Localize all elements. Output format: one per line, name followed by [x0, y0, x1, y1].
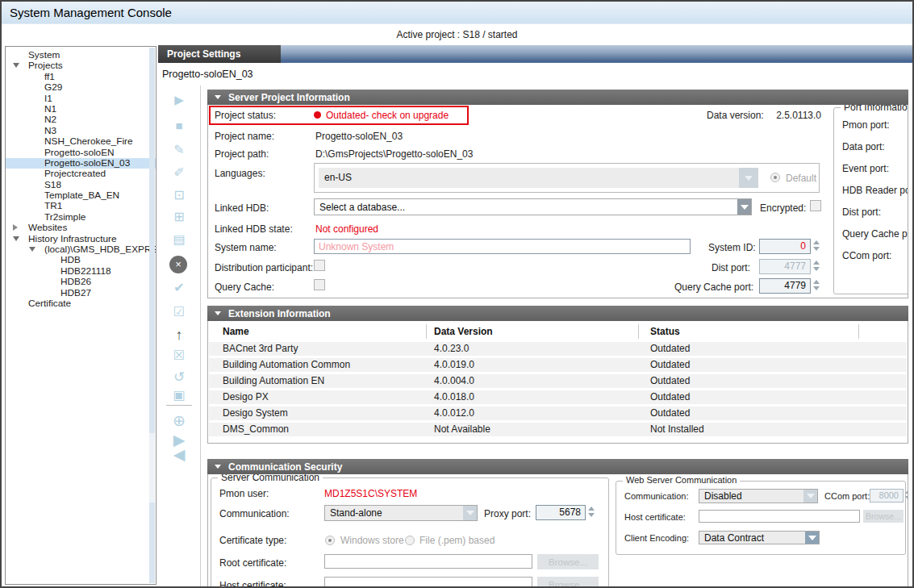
extension-row[interactable]: Building Automation EN 4.0.004.0 Outdate… — [209, 374, 907, 388]
system-name-input[interactable] — [314, 239, 691, 254]
web-communication-combo[interactable]: Disabled — [699, 489, 818, 503]
collapsed-arrow-icon[interactable] — [13, 224, 18, 231]
dropdown-arrow-icon[interactable] — [739, 168, 758, 188]
extension-information-header[interactable]: Extension Information — [207, 306, 908, 321]
proxy-port-spinner-arrows[interactable] — [588, 507, 595, 517]
root-certificate-input[interactable] — [324, 554, 532, 569]
extension-row[interactable]: Desigo System 4.0.012.0 Outdated — [209, 407, 907, 420]
ccom-port-spinner-arrows[interactable] — [905, 490, 908, 500]
web-host-certificate-input[interactable] — [699, 510, 860, 523]
tree-item-projects[interactable]: Projects — [6, 60, 156, 71]
tree-item-progetto-soloen[interactable]: Progetto-soloEN — [6, 148, 156, 158]
stop-project-icon[interactable]: ■ — [158, 119, 200, 131]
restore-icon[interactable]: ↺ — [158, 370, 200, 384]
monitor-edit-icon[interactable]: ⊡ — [158, 189, 200, 202]
tree-item-hdb27[interactable]: HDB27 — [6, 288, 156, 298]
server-project-information-header[interactable]: Server Project Information — [207, 90, 908, 105]
start-project-icon[interactable]: ▶ — [158, 94, 200, 106]
tree-item-ff1[interactable]: ff1 — [6, 72, 156, 82]
deactivate-icon[interactable]: ◀ — [158, 447, 200, 462]
expand-arrow-icon[interactable] — [13, 236, 19, 241]
extension-row[interactable]: Desigo PX 4.0.018.0 Outdated — [209, 390, 907, 404]
windows-store-label: Windows store — [340, 535, 404, 546]
tree-item-g29[interactable]: G29 — [6, 82, 156, 93]
tree-item-progetto-soloen-03[interactable]: Progetto-soloEN_03 — [6, 158, 156, 169]
tree-item-websites[interactable]: Websites — [6, 223, 156, 233]
smc-window: System Management Console Active project… — [0, 0, 914, 588]
tree-item-nsh-cherokee-fire[interactable]: NSH_Cherokee_Fire — [6, 136, 156, 147]
notifications-off-icon[interactable]: ☒ — [158, 349, 200, 362]
network-edit-icon[interactable]: ⊞ — [158, 211, 200, 223]
host-certificate-input[interactable] — [324, 577, 532, 586]
column-status[interactable]: Status — [650, 326, 680, 337]
tree-item-hdb26[interactable]: HDB26 — [6, 277, 156, 287]
expand-arrow-icon[interactable] — [29, 247, 35, 252]
dropdown-arrow-icon[interactable] — [737, 199, 751, 215]
project-status-value: Outdated- check on upgrade — [314, 110, 449, 121]
system-id-value[interactable]: 0 — [759, 239, 811, 254]
cancel-icon[interactable]: × — [169, 256, 187, 273]
tree-item-n2[interactable]: N2 — [6, 115, 156, 125]
query-cache-port-spinner-arrows[interactable] — [813, 280, 820, 290]
column-data-version[interactable]: Data Version — [434, 326, 493, 337]
add-icon[interactable]: ⊕ — [158, 413, 200, 428]
tree-item-n1[interactable]: N1 — [6, 104, 156, 115]
dropdown-arrow-icon[interactable] — [803, 490, 817, 503]
user-check-icon[interactable]: ✔ — [158, 281, 200, 294]
expand-arrow-icon[interactable] — [13, 63, 19, 68]
dist-port-spinner-arrows[interactable] — [813, 261, 820, 271]
dropdown-arrow-icon[interactable] — [463, 506, 477, 520]
save-icon[interactable]: ▤ — [158, 233, 200, 246]
tree-item-i1[interactable]: I1 — [6, 94, 156, 104]
upgrade-project-icon[interactable]: ↑ — [158, 327, 200, 342]
linked-hdb-state-label: Linked HDB state: — [215, 223, 293, 235]
windows-store-radio[interactable] — [325, 536, 335, 545]
distribution-participant-label: Distribution participant: — [215, 262, 313, 273]
tab-project-settings[interactable]: Project Settings — [158, 45, 281, 63]
tree-item-hdb[interactable]: HDB — [6, 255, 156, 265]
extension-row[interactable]: Building Automation Common 4.0.019.0 Out… — [209, 358, 907, 372]
tree-item-s18[interactable]: S18 — [6, 180, 156, 190]
database-restore-icon[interactable]: ▣ — [158, 389, 200, 402]
query-cache-checkbox[interactable] — [314, 279, 325, 290]
pen-edit-icon[interactable]: ✐ — [158, 166, 200, 179]
root-certificate-browse-button[interactable]: Browse... — [537, 554, 599, 569]
content-area: Project Settings Progetto-soloEN_03 ▶ ■ … — [158, 45, 912, 586]
proxy-port-value[interactable]: 5678 — [536, 505, 586, 520]
default-language-radio[interactable] — [770, 173, 780, 182]
communication-security-header[interactable]: Communication Security — [207, 459, 908, 474]
distribution-participant-checkbox[interactable] — [314, 260, 325, 271]
tree-item-history-infrastructure[interactable]: History Infrastructure — [6, 234, 156, 244]
tree-item-tr1[interactable]: TR1 — [6, 201, 156, 211]
tree-scrollbar-thumb[interactable] — [149, 433, 155, 503]
column-name[interactable]: Name — [223, 326, 249, 337]
tree-item-system[interactable]: System — [6, 50, 156, 60]
tree-item-projectcreated[interactable]: Projectcreated — [6, 169, 156, 179]
system-id-spinner-arrows[interactable] — [813, 240, 820, 251]
tree-item-template-ba-en[interactable]: Template_BA_EN — [6, 190, 156, 201]
tree-item-certificate[interactable]: Certificate — [6, 298, 156, 309]
event-port-label: Event port: — [842, 163, 908, 174]
linked-hdb-combo[interactable]: Select a database... — [314, 198, 752, 215]
tree-item-hdb221118[interactable]: HDB221118 — [6, 266, 156, 277]
web-host-certificate-browse-button[interactable]: Browse... — [863, 510, 904, 523]
server-communication-combo[interactable]: Stand-alone — [324, 505, 478, 521]
tree-item-n3[interactable]: N3 — [6, 126, 156, 136]
extension-row[interactable]: DMS_Common Not Available Not Installed — [209, 423, 907, 436]
dist-port-value[interactable]: 4777 — [759, 259, 811, 274]
tree-item-local-gms-hdb-express[interactable]: (local)\GMS_HDB_EXPRESS — [6, 244, 156, 255]
extension-row[interactable]: BACnet 3rd Party 4.0.23.0 Outdated — [209, 342, 907, 356]
dropdown-arrow-icon[interactable] — [805, 532, 819, 544]
web-server-communication-title: Web Server Communication — [623, 475, 740, 485]
network-check-icon[interactable]: ☑ — [158, 306, 200, 319]
client-encoding-combo[interactable]: Data Contract — [699, 531, 820, 544]
pem-file-radio[interactable] — [405, 536, 415, 545]
ccom-port-value[interactable]: 8000 — [870, 489, 904, 503]
encrypted-checkbox[interactable] — [810, 200, 821, 211]
edit-document-icon[interactable]: ✎ — [158, 144, 200, 156]
host-certificate-browse-button[interactable]: Browse... — [537, 577, 599, 586]
language-list-item[interactable]: en-US — [319, 168, 758, 188]
tree-item-tr2simple[interactable]: Tr2simple — [6, 212, 156, 223]
query-cache-port-value[interactable]: 4779 — [759, 278, 811, 294]
tree-scrollbar[interactable] — [149, 48, 155, 583]
